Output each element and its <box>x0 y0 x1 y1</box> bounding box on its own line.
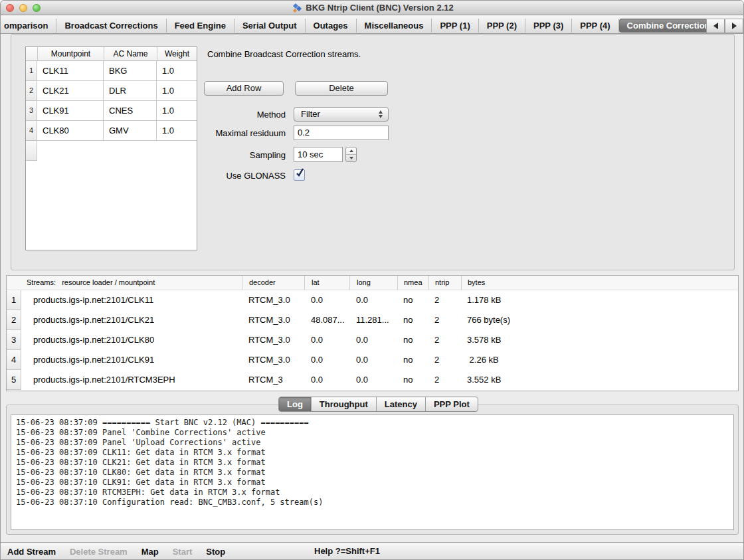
cell-stream-mountpoint: products.igs-ip.net:2101/CLK91 <box>21 350 242 370</box>
table-row[interactable]: 1 CLK11 BKG 1.0 <box>26 61 197 81</box>
mountpoint-table-header: Mountpoint AC Name Weight <box>26 47 197 61</box>
main-tab[interactable]: PPP (3) <box>525 19 572 33</box>
log-line: 15-06-23 08:37:09 Panel 'Combine Correct… <box>16 428 729 438</box>
toolbar-item[interactable]: Start <box>173 547 193 557</box>
cell-decoder: RTCM_3 <box>242 370 304 390</box>
cell-ac-name[interactable]: CNES <box>104 101 157 121</box>
method-select[interactable]: Filter <box>294 107 389 122</box>
row-number: 4 <box>26 121 37 141</box>
cell-ntrip: 2 <box>428 290 461 310</box>
stream-row[interactable]: 3 products.igs-ip.net:2101/CLK80 RTCM_3.… <box>7 330 738 350</box>
main-tab[interactable]: Miscellaneous <box>357 19 432 33</box>
cell-nmea: no <box>397 330 428 350</box>
toolbar-item[interactable]: Add Stream <box>7 547 56 557</box>
sampling-label: Sampling <box>184 150 286 160</box>
cell-mountpoint[interactable]: CLK11 <box>37 61 104 81</box>
cell-bytes: 766 byte(s) <box>461 310 738 330</box>
cell-lat: 0.0 <box>304 290 349 310</box>
toolbar-item[interactable]: Delete Stream <box>70 547 128 557</box>
row-number: 3 <box>26 101 37 121</box>
cell-long: 0.0 <box>349 350 397 370</box>
stepper-down-button[interactable] <box>346 155 356 161</box>
column-header-streams: Streams: resource loader / mountpoint <box>7 276 242 290</box>
cell-weight[interactable]: 1.0 <box>157 61 197 81</box>
main-tab[interactable]: PPP (2) <box>479 19 525 33</box>
cell-ntrip: 2 <box>428 370 461 390</box>
stepper-up-button[interactable] <box>346 147 356 155</box>
main-tab[interactable]: Feed Engine <box>167 19 234 33</box>
log-panel: 15-06-23 08:37:09 ========== Start BNC v… <box>6 405 739 535</box>
minimize-button[interactable] <box>19 4 27 12</box>
table-row[interactable]: 3 CLK91 CNES 1.0 <box>26 101 197 121</box>
log-tab[interactable]: PPP Plot <box>426 397 478 411</box>
cell-decoder: RTCM_3.0 <box>242 290 304 310</box>
main-tab[interactable]: PPP (1) <box>432 19 478 33</box>
stream-row[interactable]: 2 products.igs-ip.net:2101/CLK21 RTCM_3.… <box>7 310 738 330</box>
use-glonass-checkbox[interactable] <box>294 169 305 181</box>
empty-row-header-cell <box>26 141 37 161</box>
cell-lat: 0.0 <box>304 350 349 370</box>
sampling-input[interactable]: 10 sec <box>294 147 343 162</box>
tab-label: PPP (2) <box>487 21 517 31</box>
stream-row[interactable]: 5 products.igs-ip.net:2101/RTCM3EPH RTCM… <box>7 370 738 390</box>
toolbar-item[interactable]: Stop <box>206 547 225 557</box>
streams-table-header: Streams: resource loader / mountpoint de… <box>7 276 738 290</box>
tab-label: Serial Output <box>242 21 297 31</box>
titlebar: BKG Ntrip Client (BNC) Version 2.12 <box>1 1 744 15</box>
use-glonass-label: Use GLONASS <box>184 171 286 181</box>
log-tab[interactable]: Log <box>279 397 312 411</box>
column-header-weight: Weight <box>157 47 197 60</box>
log-tab-label: Throughput <box>320 399 368 409</box>
toolbar-item-label: Stop <box>206 547 225 557</box>
cell-ac-name[interactable]: BKG <box>104 61 157 81</box>
tab-label: PPP (3) <box>533 21 563 31</box>
cell-ac-name[interactable]: GMV <box>104 121 157 141</box>
cell-lat: 0.0 <box>304 370 349 390</box>
stream-row[interactable]: 1 products.igs-ip.net:2101/CLK11 RTCM_3.… <box>7 290 738 310</box>
toolbar-item-label: Delete Stream <box>70 547 128 557</box>
cell-long: 0.0 <box>349 370 397 390</box>
cell-mountpoint[interactable]: CLK21 <box>37 81 104 101</box>
stream-row[interactable]: 4 products.igs-ip.net:2101/CLK91 RTCM_3.… <box>7 350 738 370</box>
log-output: 15-06-23 08:37:09 ========== Start BNC v… <box>11 415 734 530</box>
close-button[interactable] <box>6 4 14 12</box>
toolbar-item-label: Add Stream <box>7 547 56 557</box>
zoom-button[interactable] <box>33 4 41 12</box>
table-row[interactable]: 2 CLK21 DLR 1.0 <box>26 81 197 101</box>
column-header-nmea: nmea <box>397 276 428 290</box>
tab-scroll-left-button[interactable] <box>706 19 725 33</box>
cell-stream-mountpoint: products.igs-ip.net:2101/CLK21 <box>21 310 242 330</box>
sampling-stepper[interactable] <box>345 147 357 162</box>
table-row[interactable]: 4 CLK80 GMV 1.0 <box>26 121 197 141</box>
cell-nmea: no <box>397 310 428 330</box>
column-header-bytes: bytes <box>461 276 738 290</box>
log-tab[interactable]: Throughput <box>312 397 377 411</box>
log-tab-label: PPP Plot <box>434 399 470 409</box>
main-tab[interactable]: Broadcast Corrections <box>56 19 166 33</box>
cell-weight[interactable]: 1.0 <box>157 81 197 101</box>
main-tab[interactable]: PPP (4) <box>572 19 618 33</box>
main-tab-bar: omparison Broadcast Corrections Feed Eng… <box>1 15 744 34</box>
tab-scroll-right-button[interactable] <box>725 19 743 33</box>
traffic-lights <box>6 4 41 12</box>
main-tab[interactable]: Serial Output <box>234 19 306 33</box>
cell-mountpoint[interactable]: CLK91 <box>37 101 104 121</box>
main-tab[interactable]: Outages <box>306 19 357 33</box>
arrow-right-icon <box>732 23 737 29</box>
main-tab[interactable]: omparison <box>1 19 56 33</box>
maximal-residuum-input[interactable]: 0.2 <box>294 126 389 140</box>
delete-button[interactable]: Delete <box>295 81 388 96</box>
cell-decoder: RTCM_3.0 <box>242 330 304 350</box>
log-tab-label: Log <box>287 399 303 409</box>
log-line: 15-06-23 08:37:10 RTCM3EPH: Get data in … <box>16 488 729 498</box>
toolbar-item[interactable]: Map <box>141 547 159 557</box>
app-window: BKG Ntrip Client (BNC) Version 2.12 ompa… <box>0 0 744 560</box>
cell-long: 0.0 <box>349 290 397 310</box>
add-row-button[interactable]: Add Row <box>204 81 284 96</box>
cell-ntrip: 2 <box>428 330 461 350</box>
log-tab[interactable]: Latency <box>377 397 426 411</box>
column-header-lat: lat <box>304 276 349 290</box>
cell-mountpoint[interactable]: CLK80 <box>37 121 104 141</box>
row-number: 4 <box>7 350 21 370</box>
cell-ac-name[interactable]: DLR <box>104 81 157 101</box>
